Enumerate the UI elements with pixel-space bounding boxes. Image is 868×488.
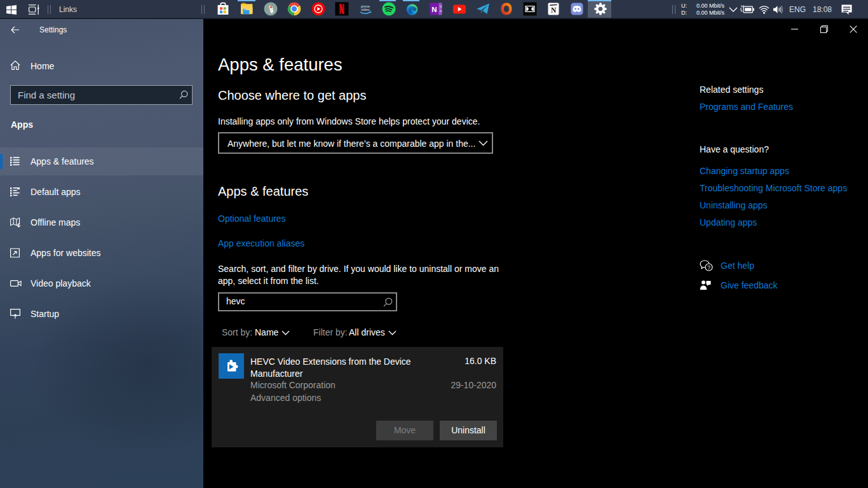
svg-text:N: N (551, 6, 557, 14)
svg-text:N: N (431, 6, 437, 13)
svg-text:?: ? (707, 264, 710, 271)
svg-text:video: video (361, 8, 369, 11)
